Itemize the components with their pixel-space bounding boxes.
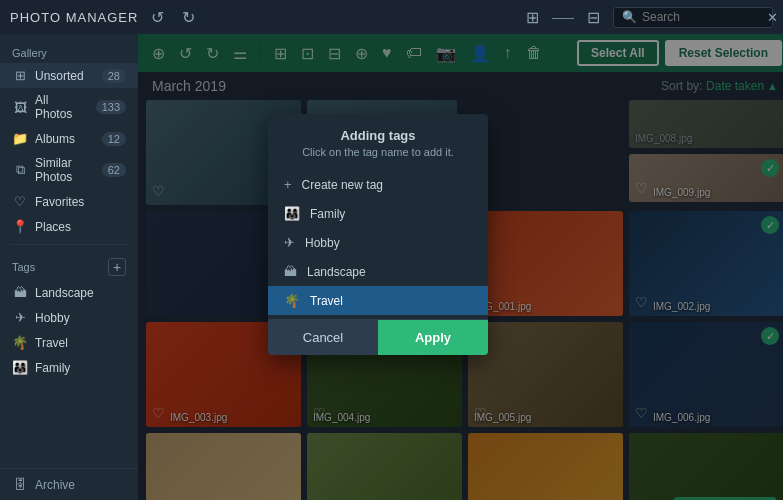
- app-logo: PHOTO MANAGER: [10, 10, 138, 25]
- tag-landscape-item[interactable]: 🏔 Landscape: [268, 257, 488, 286]
- unsorted-count: 28: [102, 69, 126, 83]
- family-tag-icon: 👨‍👩‍👧: [12, 360, 28, 375]
- tag-hobby-label: Hobby: [305, 236, 340, 250]
- similar-label: Similar Photos: [35, 156, 95, 184]
- tags-header: Tags +: [0, 250, 138, 280]
- tag-dialog-header: Adding tags Click on the tag name to add…: [268, 114, 488, 166]
- landscape-tag-label: Landscape: [35, 286, 126, 300]
- places-label: Places: [35, 220, 126, 234]
- archive-label: Archive: [35, 478, 75, 492]
- albums-icon: 📁: [12, 131, 28, 146]
- all-photos-count: 133: [96, 100, 126, 114]
- search-clear-button[interactable]: ✕: [767, 10, 778, 25]
- all-photos-label: All Photos: [35, 93, 89, 121]
- tag-travel-label: Travel: [310, 294, 343, 308]
- sidebar-item-tag-travel[interactable]: 🌴 Travel: [0, 330, 138, 355]
- similar-count: 62: [102, 163, 126, 177]
- tag-hobby-item[interactable]: ✈ Hobby: [268, 228, 488, 257]
- hobby-tag-label: Hobby: [35, 311, 126, 325]
- main-content: ⊕ ↺ ↻ ⚌ ⊞ ⊡ ⊟ ⊕ ♥ 🏷 📷 👤 ↑ 🗑 Select All R…: [138, 34, 783, 500]
- similar-icon: ⧉: [12, 162, 28, 178]
- tags-section-label: Tags: [12, 261, 108, 273]
- import-button[interactable]: ⊞: [521, 6, 544, 29]
- unsorted-icon: ⊞: [12, 68, 28, 83]
- albums-count: 12: [102, 132, 126, 146]
- sidebar: Gallery ⊞ Unsorted 28 🖼 All Photos 133 📁…: [0, 34, 138, 500]
- tag-travel-item[interactable]: 🌴 Travel: [268, 286, 488, 315]
- app-name-manager: MANAGER: [66, 10, 139, 25]
- archive-item[interactable]: 🗄 Archive: [0, 468, 138, 500]
- unsorted-label: Unsorted: [35, 69, 95, 83]
- albums-label: Albums: [35, 132, 95, 146]
- sidebar-footer: 🗄 Archive: [0, 468, 138, 500]
- tag-landscape-label: Landscape: [307, 265, 366, 279]
- family-tag-label: Family: [35, 361, 126, 375]
- tag-landscape-icon: 🏔: [284, 264, 297, 279]
- archive-icon: 🗄: [12, 477, 28, 492]
- tag-hobby-icon: ✈: [284, 235, 295, 250]
- search-input[interactable]: [642, 10, 762, 24]
- sidebar-item-albums[interactable]: 📁 Albums 12: [0, 126, 138, 151]
- export-button[interactable]: ⊟: [582, 6, 605, 29]
- travel-tag-label: Travel: [35, 336, 126, 350]
- search-icon: 🔍: [622, 10, 637, 24]
- favorites-icon: ♡: [12, 194, 28, 209]
- tag-dialog: Adding tags Click on the tag name to add…: [268, 114, 488, 355]
- tag-family-icon: 👨‍👩‍👧: [284, 206, 300, 221]
- travel-tag-icon: 🌴: [12, 335, 28, 350]
- places-icon: 📍: [12, 219, 28, 234]
- redo-button[interactable]: ↻: [177, 6, 200, 29]
- tag-cancel-button[interactable]: Cancel: [268, 320, 378, 355]
- sidebar-item-places[interactable]: 📍 Places: [0, 214, 138, 239]
- undo-button[interactable]: ↺: [146, 6, 169, 29]
- all-photos-icon: 🖼: [12, 100, 28, 115]
- hobby-tag-icon: ✈: [12, 310, 28, 325]
- sidebar-item-favorites[interactable]: ♡ Favorites: [0, 189, 138, 214]
- landscape-tag-icon: 🏔: [12, 285, 28, 300]
- sidebar-divider: [10, 244, 128, 245]
- create-new-tag-item[interactable]: + Create new tag: [268, 170, 488, 199]
- search-bar: 🔍 ✕: [613, 7, 773, 28]
- sidebar-item-tag-family[interactable]: 👨‍👩‍👧 Family: [0, 355, 138, 380]
- sidebar-item-tag-hobby[interactable]: ✈ Hobby: [0, 305, 138, 330]
- add-tag-button[interactable]: +: [108, 258, 126, 276]
- gallery-section-label: Gallery: [0, 39, 138, 63]
- tag-dialog-list: + Create new tag 👨‍👩‍👧 Family ✈ Hobby 🏔 …: [268, 166, 488, 319]
- tag-family-item[interactable]: 👨‍👩‍👧 Family: [268, 199, 488, 228]
- app-name-photo: PHOTO: [10, 10, 61, 25]
- tag-dialog-footer: Cancel Apply: [268, 319, 488, 355]
- sidebar-item-tag-landscape[interactable]: 🏔 Landscape: [0, 280, 138, 305]
- tag-dialog-title: Adding tags: [284, 128, 472, 143]
- sidebar-item-similar[interactable]: ⧉ Similar Photos 62: [0, 151, 138, 189]
- tag-travel-icon: 🌴: [284, 293, 300, 308]
- layout: Gallery ⊞ Unsorted 28 🖼 All Photos 133 📁…: [0, 34, 783, 500]
- create-new-tag-label: Create new tag: [302, 178, 383, 192]
- create-tag-plus-icon: +: [284, 177, 292, 192]
- tag-apply-button[interactable]: Apply: [378, 320, 488, 355]
- favorites-label: Favorites: [35, 195, 126, 209]
- sidebar-item-all-photos[interactable]: 🖼 All Photos 133: [0, 88, 138, 126]
- topbar: PHOTO MANAGER ↺ ↻ ⊞ —— ⊟ 🔍 ✕: [0, 0, 783, 34]
- tag-family-label: Family: [310, 207, 345, 221]
- sidebar-item-unsorted[interactable]: ⊞ Unsorted 28: [0, 63, 138, 88]
- tag-dialog-subtitle: Click on the tag name to add it.: [284, 146, 472, 158]
